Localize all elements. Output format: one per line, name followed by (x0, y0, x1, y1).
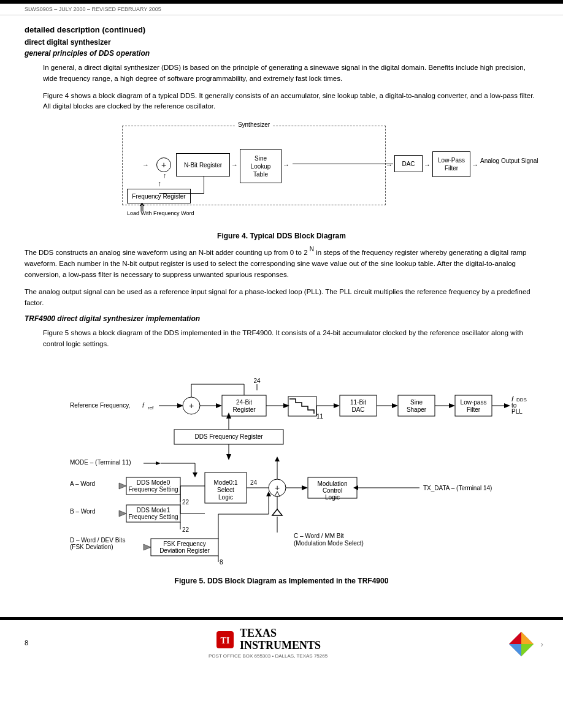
c-word-label2: (Modulation Mode Select) (294, 540, 364, 547)
load-arrow: ⇑ (137, 201, 147, 214)
dds-mode1-label1: DDS Mode1 (137, 507, 170, 514)
arrow-right-2: → (231, 161, 238, 169)
sine-shaper-label2: Shaper (407, 406, 427, 413)
line-to-dac (293, 164, 393, 164)
yell-logo (508, 631, 535, 658)
diamond-green (521, 644, 534, 656)
arrow-lpf-out (504, 403, 510, 408)
footer: 8 TI TEXASINSTRUMENTS POST OFFICE BOX 65… (0, 620, 563, 666)
f-ref-label: f (142, 402, 145, 409)
mode-select-label3: Logic (218, 494, 233, 501)
sine-lookup-box: SineLookupTable (240, 149, 282, 183)
diamond-orange (521, 632, 534, 644)
arrow-mod-up (275, 457, 280, 461)
up-arrow-freq: ↑ (158, 180, 161, 188)
f-ref-sub: ref (148, 405, 154, 411)
num-24-mode: 24 (250, 479, 258, 486)
freq-register-label: Frequency Register (132, 193, 185, 200)
lpf-label2: Filter (467, 406, 481, 413)
num-22-b: 22 (182, 526, 190, 533)
dds-mode1-label2: Frequency Setting (128, 514, 178, 520)
num-11-label: 11 (316, 413, 324, 420)
arrow-dac-11bit (334, 403, 340, 408)
diamond-blue (509, 644, 521, 656)
lpf-label1: Low-pass (461, 399, 487, 406)
fdds-pll: PLL (511, 408, 523, 415)
fig4-caption: Figure 4. Typical DDS Block Diagram (25, 232, 538, 240)
arrow-11bit-shaper (392, 403, 398, 408)
24bit-reg-label1: 24-Bit (236, 399, 252, 406)
feedback-line-h (159, 193, 204, 194)
arrow-adder2-mod (302, 485, 308, 490)
d-word-label2: (FSK Deviation) (70, 544, 113, 550)
arrow-right-6: → (283, 161, 289, 169)
num-8-label: 8 (220, 559, 223, 566)
11bit-dac-label2: DAC (351, 406, 364, 413)
paragraph-5: Figure 5 shows a block diagram of the DD… (43, 328, 538, 350)
fsk-reg-label1: FSK Frequency (163, 540, 205, 547)
mod-control-label1: Modulation (318, 480, 348, 487)
mode-select-label1: Mode0:1 (214, 479, 238, 486)
synthesizer-label: Synthesizer (236, 121, 272, 128)
dac-zigzag (289, 399, 314, 414)
mode-label: MODE – (Terminal 11) (70, 459, 131, 466)
ti-logo: TI TEXASINSTRUMENTS (215, 628, 321, 652)
footer-page-num: 8 (25, 639, 28, 646)
footer-right: › (508, 631, 538, 655)
header-strip: SLWS090S – JULY 2000 – REVISED FEBRUARY … (0, 4, 563, 15)
analog-output-label: Analog Output Signal (480, 157, 538, 164)
figure-5-container: 24 Reference Frequency, f ref + 24-Bit R… (25, 357, 538, 572)
arrow-right-1: → (142, 161, 149, 169)
figure-4-diagram: Synthesizer + ↑ → N-Bit Register → SineL… (85, 119, 478, 227)
footer-center: TI TEXASINSTRUMENTS POST OFFICE BOX 6553… (209, 628, 327, 659)
a-word-arrow (119, 483, 126, 489)
d-word-label1: D – Word / DEV Bits (70, 537, 125, 544)
fig5-caption: Figure 5. DDS Block Diagram as Implement… (25, 577, 538, 585)
sine-shaper-label1: Sine (410, 399, 423, 406)
24bit-reg-label2: Register (232, 406, 256, 413)
main-title: detailed description (continued) (25, 25, 538, 34)
b-word-arrow (119, 510, 126, 517)
paragraph-2: Figure 4 shows a block diagram of a typi… (43, 91, 538, 113)
num-24-top: 24 (253, 377, 261, 384)
ti-logo-icon: TI (215, 630, 235, 650)
mod-control-label3: Logic (325, 494, 340, 501)
arrow-adder-reg (216, 403, 222, 408)
chevron-right-icon[interactable]: › (540, 639, 543, 649)
arrow-mode (156, 461, 161, 465)
dds-freq-reg-label: DDS Frequency Register (194, 433, 263, 440)
lowpass-box: Low-PassFilter (432, 151, 470, 177)
paragraph-3: The DDS constructs an analog sine wavefo… (25, 248, 538, 280)
arrow-right-5: → (472, 161, 478, 169)
feedback-line-v (204, 176, 204, 194)
dac-box: DAC (394, 155, 423, 172)
figure-5-diagram: 24 Reference Frequency, f ref + 24-Bit R… (52, 357, 511, 572)
dac-label: DAC (402, 161, 415, 167)
ti-text: TI (221, 636, 230, 645)
freq-register-box: Frequency Register (127, 189, 191, 203)
dds-mode0-label2: Frequency Setting (128, 486, 178, 493)
arrow-up-adder: ↑ (163, 172, 167, 179)
b-word-label: B – Word (70, 508, 96, 515)
main-content: detailed description (continued) direct … (0, 15, 563, 585)
11bit-dac-label1: 11-Bit (350, 399, 366, 406)
footer-address: POST OFFICE BOX 655303 • DALLAS, TEXAS 7… (209, 653, 327, 659)
ti-name-text: TEXASINSTRUMENTS (240, 628, 321, 652)
italic-title-2: TRF4900 direct digital synthesizer imple… (25, 314, 538, 323)
arrow-freq-reg-down (226, 454, 231, 460)
arrow-right-4: → (424, 161, 431, 169)
c-word-label1: C – Word / MM Bit (294, 533, 344, 539)
mod-control-label2: Control (323, 487, 342, 494)
nbit-register-label: N-Bit Register (184, 162, 222, 169)
ref-freq-label: Reference Frequency, (70, 402, 130, 409)
subsection-dds: direct digital synthesizer (25, 38, 538, 47)
diamond-red (509, 632, 521, 644)
dds-mode0-label1: DDS Mode0 (137, 479, 170, 486)
para3-a: The DDS constructs an analog sine wavefo… (25, 249, 308, 256)
arrow-shaper-lpf (449, 403, 455, 408)
a-word-label: A – Word (70, 480, 95, 487)
figure-4-container: Synthesizer + ↑ → N-Bit Register → SineL… (25, 119, 538, 227)
arrow-cword-hollow (272, 509, 282, 515)
num-22-a: 22 (182, 499, 190, 506)
italic-title-1: general principles of DDS operation (25, 49, 538, 58)
